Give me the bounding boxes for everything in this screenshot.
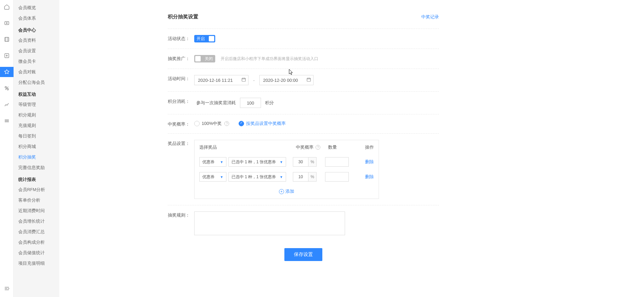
end-date-input[interactable]: 2020-12-20 00:00 — [259, 75, 314, 85]
prize-detail-select[interactable]: 已选中 1 种，1 张优惠券 ▼ — [228, 157, 286, 167]
sidebar-item[interactable]: 会员RFM分析 — [14, 185, 59, 195]
home-icon[interactable] — [0, 2, 14, 12]
sidebar-group-title: 统计报表 — [14, 173, 59, 185]
sidebar-item[interactable]: 分配公海会员 — [14, 77, 59, 88]
sidebar-item[interactable]: 会员设置 — [14, 46, 59, 56]
sidebar-item[interactable]: 近期消费时间 — [14, 206, 59, 216]
radio-label: 按奖品设置中奖概率 — [246, 120, 286, 127]
settings-icon[interactable] — [0, 116, 14, 126]
select-value: 已选中 1 种，1 张优惠券 — [232, 174, 276, 180]
toggle-text: 开启 — [197, 36, 205, 42]
date-separator: - — [253, 78, 255, 83]
chevron-down-icon: ▼ — [280, 175, 283, 179]
rules-label: 抽奖规则： — [168, 211, 194, 218]
sidebar-item[interactable]: 客单价分析 — [14, 195, 59, 206]
svg-point-4 — [5, 87, 6, 88]
prize-detail-select[interactable]: 已选中 1 种，1 张优惠券 ▼ — [228, 172, 286, 182]
prize-rate-input[interactable] — [293, 172, 308, 181]
th-qty: 数量 — [328, 144, 360, 150]
select-value: 优惠券 — [202, 159, 215, 165]
th-rate: 中奖概率 ? — [296, 144, 328, 150]
end-date-value: 2020-12-20 00:00 — [263, 78, 298, 83]
th-op: 操作 — [360, 144, 374, 150]
delete-link[interactable]: 删除 — [365, 159, 374, 165]
sidebar-item[interactable]: 积分规则 — [14, 110, 59, 120]
prize-qty-input[interactable] — [325, 157, 349, 167]
rail-icon-3[interactable] — [0, 34, 14, 44]
sidebar-item[interactable]: 完善信息奖励 — [14, 163, 59, 173]
sidebar-item[interactable]: 会员储值统计 — [14, 248, 59, 258]
svg-rect-2 — [5, 37, 9, 41]
rail-icon-2[interactable] — [0, 18, 14, 28]
th-prize: 选择奖品 — [199, 144, 296, 150]
help-icon[interactable]: ? — [224, 121, 229, 126]
help-icon[interactable]: ? — [316, 145, 320, 150]
percent-label: % — [308, 157, 316, 166]
svg-rect-7 — [307, 78, 311, 81]
sidebar-item[interactable]: 会员增长统计 — [14, 216, 59, 227]
chart-icon[interactable] — [0, 99, 14, 110]
svg-point-5 — [7, 89, 8, 90]
add-prize-button[interactable]: + 添加 — [195, 184, 379, 199]
promo-toggle[interactable]: 关闭 — [194, 55, 215, 62]
chevron-down-icon: ▼ — [280, 160, 283, 164]
sidebar-item[interactable]: 微会员卡 — [14, 56, 59, 67]
select-value: 优惠券 — [202, 174, 215, 180]
rate-label: 中奖概率： — [168, 120, 194, 127]
records-link[interactable]: 中奖记录 — [421, 14, 439, 20]
sidebar-item[interactable]: 会员体系 — [14, 13, 59, 24]
cost-label: 积分消耗： — [168, 98, 194, 105]
promo-label: 抽奖推广： — [168, 55, 194, 62]
status-label: 活动状态： — [168, 35, 194, 42]
svg-rect-6 — [242, 78, 246, 81]
status-toggle[interactable]: 开启 — [194, 35, 215, 42]
start-date-input[interactable]: 2020-12-16 11:21 — [194, 75, 248, 85]
sidebar-item[interactable]: 等级管理 — [14, 99, 59, 110]
prize-rate-input-wrap: % — [293, 157, 317, 167]
prize-qty-input[interactable] — [325, 172, 349, 182]
radio-icon — [239, 121, 244, 126]
sidebar-item[interactable]: 会员消费汇总 — [14, 227, 59, 237]
start-date-value: 2020-12-16 11:21 — [198, 78, 233, 83]
prize-rate-input[interactable] — [293, 157, 308, 166]
promo-hint: 开启后微店和小程序下单成功界面将显示抽奖活动入口 — [221, 56, 318, 62]
percent-label: % — [308, 172, 316, 181]
rate-option-100[interactable]: 100%中奖 ? — [194, 120, 229, 127]
collapse-icon[interactable] — [0, 283, 14, 294]
sidebar-item[interactable]: 充值规则 — [14, 120, 59, 131]
prize-type-select[interactable]: 优惠券 ▼ — [199, 172, 226, 182]
chevron-down-icon: ▼ — [220, 160, 223, 164]
toggle-text: 关闭 — [205, 56, 213, 62]
prize-table-head: 选择奖品 中奖概率 ? 数量 操作 — [195, 140, 379, 154]
rules-textarea[interactable] — [194, 211, 345, 235]
main-content: 积分抽奖设置 中奖记录 活动状态： 开启 抽奖推广： 关闭 — [59, 0, 644, 297]
sidebar-item[interactable]: 会员概览 — [14, 3, 59, 13]
prize-type-select[interactable]: 优惠券 ▼ — [199, 157, 226, 167]
rail-icon-6[interactable] — [0, 83, 14, 93]
svg-point-1 — [6, 23, 7, 24]
calendar-icon — [241, 77, 246, 83]
rail-icon-4[interactable] — [0, 51, 14, 61]
sidebar-item[interactable]: 会员构成分析 — [14, 237, 59, 248]
prize-row: 优惠券 ▼ 已选中 1 种，1 张优惠券 ▼ % — [195, 169, 379, 184]
cost-input[interactable] — [240, 98, 261, 108]
delete-link[interactable]: 删除 — [365, 174, 374, 180]
sidebar-item[interactable]: 每日签到 — [14, 131, 59, 142]
save-button[interactable]: 保存设置 — [284, 248, 322, 261]
cost-suffix: 积分 — [265, 100, 274, 106]
sidebar-item[interactable]: 积分商城 — [14, 142, 59, 152]
radio-label: 100%中奖 — [202, 120, 222, 127]
sidebar-item[interactable]: 项目充值明细 — [14, 258, 59, 269]
add-label: 添加 — [285, 188, 294, 194]
cost-prefix: 参与一次抽奖需消耗 — [196, 100, 236, 106]
sidebar-item[interactable]: 会员对账 — [14, 67, 59, 77]
rate-option-by-prize[interactable]: 按奖品设置中奖概率 — [239, 120, 286, 127]
sidebar-item-points-lottery[interactable]: 积分抽奖 — [14, 152, 59, 163]
sidebar-group-title: 权益互动 — [14, 88, 59, 99]
select-value: 已选中 1 种，1 张优惠券 — [232, 159, 276, 165]
sidebar: 会员概览 会员体系 会员中心 会员资料 会员设置 微会员卡 会员对账 分配公海会… — [14, 0, 59, 297]
sidebar-item[interactable]: 会员资料 — [14, 35, 59, 46]
member-icon[interactable] — [0, 67, 14, 77]
prize-rate-input-wrap: % — [293, 172, 317, 182]
chevron-down-icon: ▼ — [220, 175, 223, 179]
